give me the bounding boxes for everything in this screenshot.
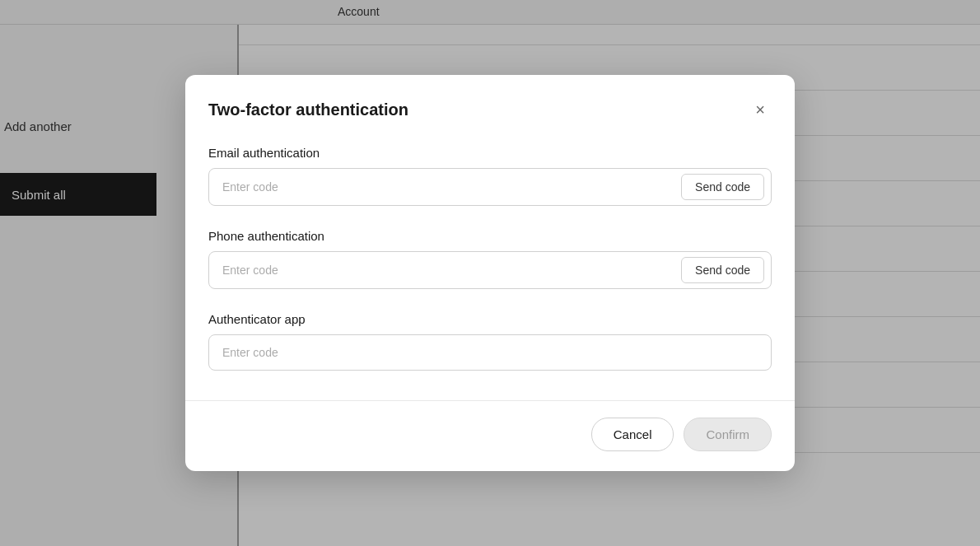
email-input-wrapper: Send code [208,168,772,206]
phone-auth-label: Phone authentication [208,229,772,243]
modal-overlay: Two-factor authentication × Email authen… [0,0,980,546]
close-icon: × [755,100,765,119]
email-code-input[interactable] [209,170,681,204]
confirm-button[interactable]: Confirm [684,418,772,451]
modal-footer: Cancel Confirm [185,400,795,471]
app-auth-section: Authenticator app [208,312,772,371]
modal-header: Two-factor authentication × [185,75,795,138]
two-factor-modal: Two-factor authentication × Email authen… [185,75,795,471]
modal-close-button[interactable]: × [749,98,772,121]
email-auth-section: Email authentication Send code [208,146,772,206]
phone-auth-section: Phone authentication Send code [208,229,772,289]
phone-code-input[interactable] [209,253,681,287]
cancel-button[interactable]: Cancel [591,418,674,451]
email-send-code-button[interactable]: Send code [681,174,764,200]
modal-body: Email authentication Send code Phone aut… [185,138,795,394]
app-auth-label: Authenticator app [208,312,772,326]
email-auth-label: Email authentication [208,146,772,160]
app-code-input[interactable] [208,334,772,371]
phone-input-wrapper: Send code [208,251,772,289]
phone-send-code-button[interactable]: Send code [681,257,764,283]
modal-title: Two-factor authentication [208,100,408,119]
